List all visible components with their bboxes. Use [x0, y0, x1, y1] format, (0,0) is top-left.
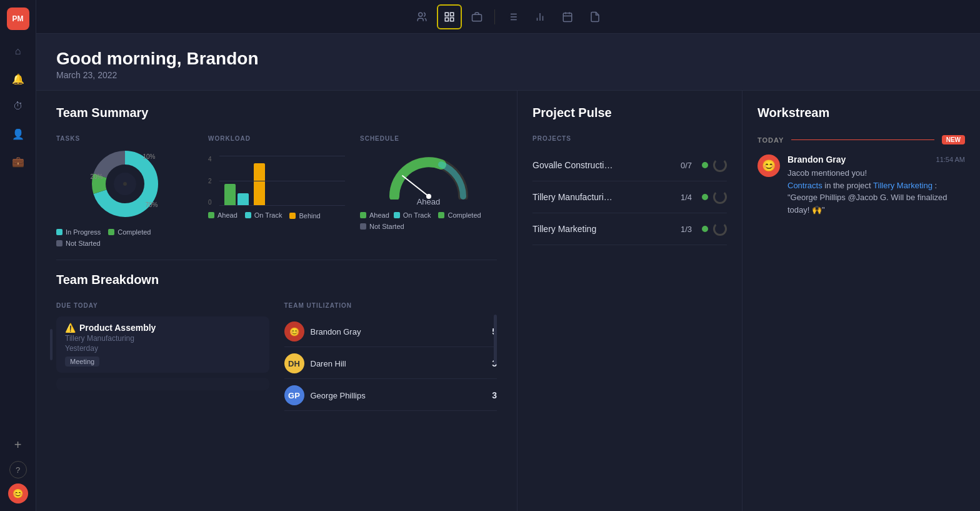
legend-dot-not-started [56, 240, 62, 246]
breakdown-grid: DUE TODAY ⚠️ Product Assembly Tillery Ma… [56, 302, 497, 411]
sidebar-item-add[interactable]: + [7, 433, 29, 456]
util-item-daren[interactable]: DH Daren Hill 3 [284, 348, 498, 379]
util-count-george: 3 [492, 390, 497, 400]
sidebar-item-briefcase[interactable]: 💼 [7, 150, 29, 173]
pie-label-20pct: 20% [91, 173, 103, 180]
util-name-daren: Daren Hill [311, 359, 486, 368]
message-link-contracts[interactable]: Contracts [788, 181, 822, 190]
nav-document-btn[interactable] [582, 4, 608, 29]
sidebar-item-clock[interactable]: ⏱ [7, 95, 29, 118]
svg-rect-1 [445, 13, 448, 16]
bar-ahead-1 [224, 184, 236, 206]
nav-briefcase-btn[interactable] [464, 4, 489, 29]
pie-label-10pct: 10% [142, 153, 155, 160]
project-name-govalle: Govalle Constructi… [532, 160, 676, 170]
due-today-col: DUE TODAY ⚠️ Product Assembly Tillery Ma… [56, 302, 269, 411]
util-avatar-george: GP [284, 385, 304, 405]
legend-on-track: On Track [245, 211, 282, 220]
project-pulse-title: Project Pulse [532, 106, 727, 120]
nav-bars-btn[interactable] [528, 4, 552, 29]
due-today-label: DUE TODAY [56, 302, 269, 309]
nav-divider-1 [494, 9, 495, 24]
project-row-tillery-mkt[interactable]: Tillery Marketing 1/3 [532, 213, 727, 245]
section-divider [56, 260, 497, 260]
left-panel: Team Summary TASKS [36, 91, 518, 511]
message-time: 11:54 AM [936, 156, 965, 163]
svg-point-23 [123, 182, 127, 186]
nav-team-btn[interactable] [409, 4, 434, 29]
workstream-line [791, 139, 934, 140]
svg-rect-3 [450, 18, 453, 21]
status-dot-tillery-mfg [702, 194, 708, 200]
svg-rect-15 [563, 13, 572, 22]
app-logo[interactable]: PM [7, 8, 29, 30]
project-progress-tillery-mfg: 1/4 [681, 193, 692, 202]
project-row-govalle[interactable]: Govalle Constructi… 0/7 [532, 149, 727, 181]
bar-behind-2 [254, 163, 265, 206]
page-header: Good morning, Brandon March 23, 2022 [36, 34, 980, 91]
svg-rect-5 [472, 14, 481, 21]
legend-dot-not-started-2 [360, 223, 366, 230]
message-header: Brandon Gray 11:54 AM [788, 154, 965, 164]
tasks-legend: In Progress Completed Not Started [56, 228, 193, 247]
sidebar-item-help[interactable]: ? [9, 461, 27, 478]
sidebar-item-notifications[interactable]: 🔔 [7, 68, 29, 90]
sidebar-item-people[interactable]: 👤 [7, 123, 29, 145]
nav-calendar-btn[interactable] [555, 4, 580, 29]
task-item-partial[interactable] [56, 378, 269, 390]
legend-dot-completed-2 [438, 212, 444, 218]
project-progress-tillery-mkt: 1/3 [681, 225, 692, 234]
legend-dot-ahead [208, 212, 214, 218]
message-card: 😊 Brandon Gray 11:54 AM Jacob mentioned … [758, 154, 965, 216]
project-progress-govalle: 0/7 [681, 161, 692, 170]
y-axis: 4 2 0 [208, 156, 216, 206]
legend-ahead: Ahead [208, 211, 238, 220]
projects-label: PROJECTS [532, 135, 727, 142]
status-dot-govalle [702, 162, 708, 168]
task-item-product-assembly[interactable]: ⚠️ Product Assembly Tillery Manufacturin… [56, 316, 269, 373]
message-body: Brandon Gray 11:54 AM Jacob mentioned yo… [788, 154, 965, 216]
message-text: Jacob mentioned you! Contracts in the pr… [788, 167, 965, 216]
team-util-label: TEAM UTILIZATION [284, 302, 498, 309]
workstream-panel: Workstream TODAY NEW 😊 Brandon Gray 11:5… [742, 91, 980, 511]
project-row-tillery-mfg[interactable]: Tillery Manufacturi… 1/4 [532, 181, 727, 213]
legend-dot-ahead-on-track [360, 212, 366, 218]
bar-ontrack-1 [238, 193, 249, 206]
util-item-brandon[interactable]: 😊 Brandon Gray 5 [284, 316, 498, 347]
message-link-tillery[interactable]: Tillery Marketing [873, 181, 932, 190]
ring-tillery-mfg [713, 190, 727, 204]
legend-in-progress: In Progress [56, 228, 101, 236]
bar-chart [219, 156, 345, 206]
main-area: Good morning, Brandon March 23, 2022 Tea… [36, 0, 980, 511]
main-content: Good morning, Brandon March 23, 2022 Tea… [36, 34, 980, 511]
schedule-label: SCHEDULE [360, 135, 497, 142]
svg-rect-2 [450, 13, 453, 16]
legend-not-started: Not Started [56, 240, 101, 247]
sidebar-item-home[interactable]: ⌂ [7, 40, 29, 63]
workload-section: WORKLOAD 4 2 0 [208, 135, 345, 247]
legend-dot-behind [289, 213, 296, 219]
util-avatar-brandon: 😊 [284, 321, 304, 342]
workload-label: WORKLOAD [208, 135, 345, 142]
task-warning-icon: ⚠️ [65, 323, 76, 333]
task-project: Tillery Manufacturing [65, 334, 261, 343]
user-avatar[interactable]: 😊 [8, 483, 28, 503]
util-item-george[interactable]: GP George Phillips 3 [284, 380, 498, 411]
scroll-bar-indicator [50, 329, 52, 360]
legend-dot-in-progress [56, 229, 62, 235]
page-greeting: Good morning, Brandon [56, 49, 960, 69]
message-avatar: 😊 [758, 154, 780, 177]
team-util-col: TEAM UTILIZATION 😊 Brandon Gray 5 [284, 302, 498, 411]
nav-list-btn[interactable] [500, 4, 525, 29]
legend-completed-2: Completed [438, 211, 481, 219]
legend-ahead-on-track: Ahead On Track [360, 211, 431, 219]
ring-govalle [713, 158, 727, 172]
team-util-list: 😊 Brandon Gray 5 DH Daren Hill 3 [284, 316, 498, 411]
legend-behind: Behind [289, 212, 320, 220]
legend-not-started-2: Not Started [360, 223, 404, 230]
status-dot-tillery-mkt [702, 226, 708, 232]
nav-dashboard-btn[interactable] [437, 4, 462, 29]
message-text-mid: in the project [824, 181, 873, 190]
svg-rect-4 [445, 18, 448, 21]
tasks-label: TASKS [56, 135, 80, 142]
